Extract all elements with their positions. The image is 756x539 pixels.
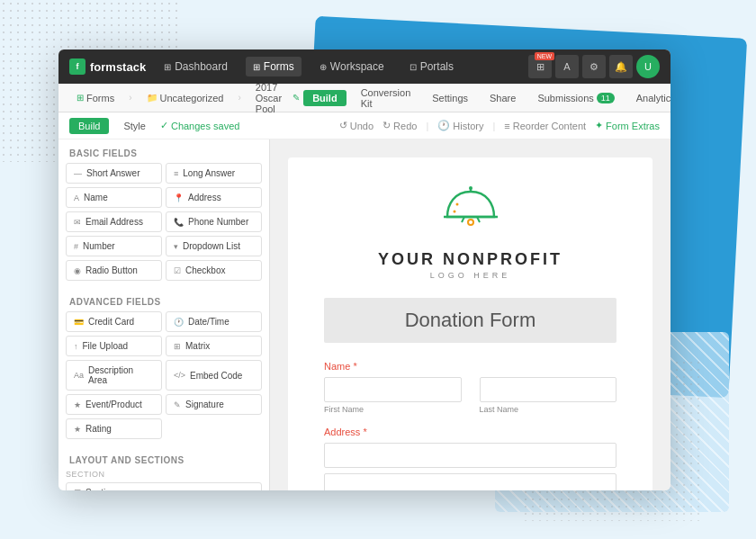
section-item[interactable]: ⊞ Section [66,482,262,490]
form-logo-area: YOUR NONPROFIT LOGO HERE [324,184,616,280]
forms-breadcrumb-oscar-pool[interactable]: 2017 Oscar Pool [248,79,289,117]
gear-icon: ⚙ [590,61,598,73]
phone-icon: 📞 [174,218,184,227]
section-sublabel: SECTION [58,470,269,482]
last-name-col: Last Name [480,377,617,414]
basic-fields-grid: — Short Answer ≡ Long Answer A Name 📍 Ad… [58,163,269,288]
edit-form-name-icon[interactable]: ✎ [292,93,300,103]
nav-item-portals[interactable]: ⊡ Portals [402,57,461,76]
toolbar-separator-1: | [426,121,428,131]
field-radio-button[interactable]: ◉ Radio Button [66,260,162,281]
field-number[interactable]: # Number [66,236,162,256]
forms-breadcrumb-forms[interactable]: ⊞ Forms [69,90,122,106]
forms-icon: ⊞ [76,93,84,103]
form-title-text: Donation Form [342,309,598,332]
share-button[interactable]: Share [482,90,523,106]
tab-build[interactable]: Build [69,118,109,134]
nav-item-dashboard[interactable]: ⊞ Dashboard [157,57,235,76]
field-name[interactable]: A Name [66,187,162,208]
clock-icon: 🕐 [437,120,450,131]
first-name-sublabel: First Name [324,405,462,414]
forms-toolbar: ⊞ Forms › 📁 Uncategorized › 2017 Oscar P… [58,84,670,112]
field-rating[interactable]: ★ Rating [66,418,162,439]
new-badge: NEW [535,52,554,60]
checkmark-icon: ✓ [160,120,168,131]
nav-grid-button[interactable]: ⊞ NEW [528,55,552,78]
history-button[interactable]: 🕐 History [437,120,483,131]
analytics-button[interactable]: Analytics [629,90,670,106]
forms-breadcrumb-uncategorized[interactable]: 📁 Uncategorized [140,90,231,106]
form-extras-button[interactable]: ✦ Form Extras [595,120,660,131]
nav-bell-button[interactable]: 🔔 [609,55,633,78]
build-tab-active[interactable]: Build [303,90,346,106]
field-file-upload[interactable]: ↑ File Upload [66,336,162,356]
nav-item-workspace[interactable]: ⊕ Workspace [312,57,392,76]
name-field-group: Name * First Name Last Name [324,361,616,414]
field-short-answer[interactable]: — Short Answer [66,163,162,184]
advanced-fields-title: Advanced Fields [58,288,269,311]
field-long-answer[interactable]: ≡ Long Answer [166,163,262,184]
address-line2-input[interactable] [324,473,616,490]
field-phone-number[interactable]: 📞 Phone Number [166,211,262,232]
submissions-button[interactable]: Submissions 11 [530,90,621,106]
browser-window: f formstack ⊞ Dashboard ⊞ Forms ⊕ Worksp… [58,49,670,490]
field-checkbox[interactable]: ☑ Checkbox [166,260,262,281]
field-embed-code[interactable]: </> Embed Code [166,360,262,391]
toolbar-separator-2: | [492,121,495,131]
build-toolbar-actions: ↺ Undo ↻ Redo | 🕐 History | ≡ Reorder Co… [339,120,660,131]
dashboard-icon: ⊞ [164,62,171,72]
address-field-label: Address * [324,427,616,437]
name-icon: A [74,193,79,202]
text-icon: A [563,61,570,72]
last-name-sublabel: Last Name [480,405,617,414]
reorder-button[interactable]: ≡ Reorder Content [504,121,586,131]
tab-style[interactable]: Style [114,118,154,134]
event-icon: ★ [74,400,81,409]
svg-point-7 [453,211,455,213]
field-email-address[interactable]: ✉ Email Address [66,211,162,232]
nav-logo-text: formstack [90,60,146,74]
field-credit-card[interactable]: 💳 Credit Card [66,311,162,332]
settings-button[interactable]: Settings [425,90,475,106]
field-date-time[interactable]: 🕐 Date/Time [166,311,262,332]
upload-icon: ↑ [74,342,78,351]
nav-user-avatar[interactable]: U [636,55,660,78]
address-icon: 📍 [174,193,184,202]
reorder-icon: ≡ [504,121,509,131]
nav-item-forms[interactable]: ⊞ Forms [246,57,302,76]
user-icon: U [644,61,652,72]
field-event-product[interactable]: ★ Event/Product [66,394,162,415]
basic-fields-title: Basic Fields [58,139,269,163]
long-answer-icon: ≡ [174,169,178,178]
last-name-input[interactable] [480,377,617,402]
form-card: YOUR NONPROFIT LOGO HERE Donation Form N… [288,157,652,490]
redo-icon: ↻ [382,120,391,131]
conversion-kit-button[interactable]: Conversion Kit [354,85,418,112]
signature-icon: ✎ [174,400,181,409]
submissions-count-badge: 11 [597,93,615,103]
redo-button[interactable]: ↻ Redo [382,120,417,131]
field-signature[interactable]: ✎ Signature [166,394,262,415]
nav-settings-button[interactable]: ⚙ [582,55,606,78]
nav-logo[interactable]: f formstack [69,58,146,75]
advanced-fields-grid: 💳 Credit Card 🕐 Date/Time ↑ File Upload … [58,311,269,446]
checkbox-icon: ☑ [174,266,181,275]
field-matrix[interactable]: ⊞ Matrix [166,336,262,356]
nonprofit-title: YOUR NONPROFIT [378,250,562,269]
star-icon: ✦ [595,120,603,131]
nav-text-button[interactable]: A [555,55,579,78]
first-name-input[interactable] [324,377,462,402]
nonprofit-subtitle: LOGO HERE [430,271,511,280]
field-description-area[interactable]: Aa Description Area [66,360,162,391]
field-dropdown-list[interactable]: ▾ Dropdown List [166,236,262,256]
forms-toolbar-right: Build Conversion Kit Settings Share Subm… [303,78,670,118]
name-field-label: Name * [324,361,616,372]
svg-point-6 [455,203,458,206]
breadcrumb-sep-1: › [125,93,135,103]
portals-icon: ⊡ [410,62,417,72]
section-icon: ⊞ [74,488,81,490]
address-line1-input[interactable] [324,443,616,468]
undo-icon: ↺ [339,120,347,131]
field-address[interactable]: 📍 Address [166,187,262,208]
undo-button[interactable]: ↺ Undo [339,120,374,131]
